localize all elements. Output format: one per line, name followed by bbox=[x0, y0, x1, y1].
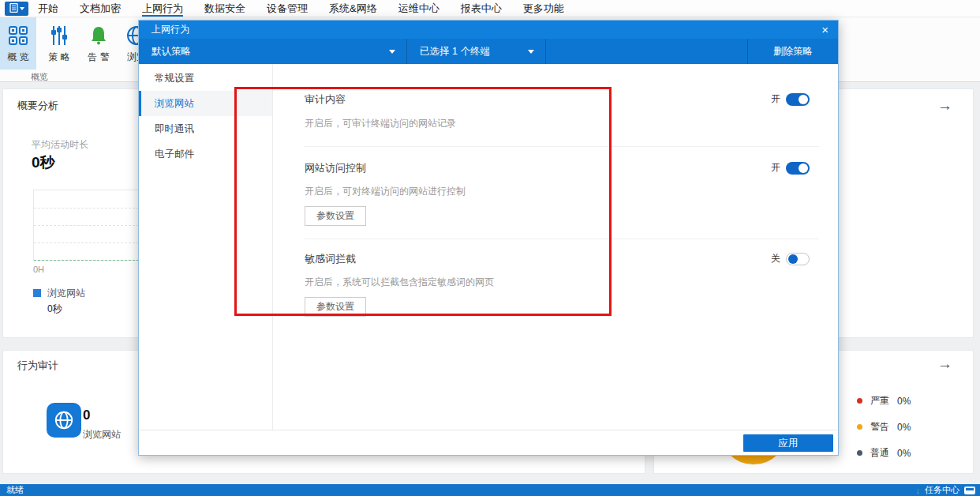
ribbon-button-label: 策 略 bbox=[48, 51, 69, 64]
download-arrow-icon: ↓ bbox=[916, 486, 921, 495]
legend-label: 严重 bbox=[870, 394, 889, 408]
chart-x-tick: 0H bbox=[33, 265, 44, 274]
ribbon-button-overview[interactable]: 概 览 bbox=[0, 17, 36, 70]
dialog-footer: 应用 bbox=[139, 430, 838, 455]
panel-title: 行为审计 bbox=[17, 359, 58, 373]
app-logo-icon bbox=[9, 2, 18, 16]
app-menu-button[interactable] bbox=[5, 2, 28, 16]
menu-item-internet-behavior[interactable]: 上网行为 bbox=[142, 0, 183, 17]
sensitive-toggle-group: 关 bbox=[771, 252, 810, 265]
browse-count-label: 浏览网站 bbox=[83, 428, 121, 442]
main-menu: 开始 文档加密 上网行为 数据安全 设备管理 系统&网络 运维中心 报表中心 更… bbox=[38, 0, 564, 17]
ribbon-button-alert[interactable]: 告 警 bbox=[80, 17, 117, 70]
severe-dot-icon bbox=[857, 398, 862, 404]
access-toggle-switch[interactable] bbox=[786, 162, 810, 175]
apply-button[interactable]: 应用 bbox=[743, 434, 833, 452]
ribbon-group-label: 概览 bbox=[19, 71, 60, 83]
toggle-knob bbox=[788, 254, 798, 264]
terminal-dropdown-value: 已选择 1 个终端 bbox=[420, 45, 490, 58]
legend-value: 0% bbox=[897, 422, 911, 433]
sliders-icon bbox=[47, 24, 71, 47]
status-right-group: ↓ 任务中心 bbox=[916, 484, 976, 496]
browse-count: 0 bbox=[83, 408, 90, 423]
task-center-link[interactable]: 任务中心 bbox=[925, 484, 959, 496]
toggle-state-label: 开 bbox=[771, 92, 780, 106]
menu-item-system-network[interactable]: 系统&网络 bbox=[329, 0, 377, 17]
audit-toggle-group: 开 bbox=[771, 92, 810, 106]
arrow-right-icon[interactable]: → bbox=[937, 97, 952, 115]
menu-item-start[interactable]: 开始 bbox=[38, 0, 58, 17]
legend-value: 0% bbox=[897, 448, 911, 459]
alarm-legend-warning: 警告 0% bbox=[857, 420, 911, 434]
ribbon-button-label: 告 警 bbox=[88, 51, 109, 64]
alarm-legend-severe: 严重 0% bbox=[857, 394, 911, 408]
menu-bar: 开始 文档加密 上网行为 数据安全 设备管理 系统&网络 运维中心 报表中心 更… bbox=[0, 0, 980, 17]
chevron-down-icon bbox=[20, 7, 24, 10]
ribbon-button-policy[interactable]: 策 略 bbox=[41, 17, 77, 70]
legend-label: 普通 bbox=[870, 446, 889, 460]
menu-item-report-center[interactable]: 报表中心 bbox=[461, 0, 502, 17]
chevron-down-icon bbox=[528, 50, 534, 54]
menu-item-data-security[interactable]: 数据安全 bbox=[204, 0, 245, 17]
warning-dot-icon bbox=[857, 424, 862, 430]
chevron-down-icon bbox=[389, 50, 395, 54]
menu-item-ops-center[interactable]: 运维中心 bbox=[398, 0, 440, 17]
legend-label: 浏览网站 bbox=[47, 287, 85, 300]
delete-policy-button[interactable]: 删除策略 bbox=[748, 39, 838, 64]
avg-activity-value: 0秒 bbox=[32, 152, 55, 173]
toggle-knob bbox=[799, 95, 808, 104]
status-ready-text: 就绪 bbox=[6, 484, 24, 496]
legend-swatch bbox=[33, 289, 41, 297]
avg-activity-label: 平均活动时长 bbox=[32, 138, 88, 152]
dialog-titlebar: 上网行为 × bbox=[139, 21, 838, 39]
status-bar: 就绪 ↓ 任务中心 bbox=[0, 484, 980, 496]
arrow-right-icon[interactable]: → bbox=[937, 355, 952, 373]
menu-item-device-mgmt[interactable]: 设备管理 bbox=[267, 0, 308, 17]
legend-label: 警告 bbox=[870, 420, 889, 434]
bell-icon bbox=[87, 24, 110, 47]
toggle-state-label: 开 bbox=[771, 161, 780, 175]
audit-toggle-switch[interactable] bbox=[786, 93, 810, 106]
toggle-state-label: 关 bbox=[771, 252, 780, 265]
policy-dropdown-value: 默认策略 bbox=[151, 45, 191, 58]
sensitive-toggle-switch[interactable] bbox=[786, 253, 810, 265]
policy-dropdown[interactable]: 默认策略 bbox=[139, 39, 407, 64]
annotation-rectangle bbox=[234, 87, 612, 316]
menu-item-doc-encrypt[interactable]: 文档加密 bbox=[80, 0, 121, 17]
legend-value: 0% bbox=[897, 396, 911, 407]
dialog-title: 上网行为 bbox=[151, 23, 189, 36]
globe-tile-icon bbox=[47, 403, 81, 438]
app-window: 开始 文档加密 上网行为 数据安全 设备管理 系统&网络 运维中心 报表中心 更… bbox=[0, 0, 980, 496]
legend-value: 0秒 bbox=[47, 302, 62, 316]
panel-title: 概要分析 bbox=[17, 99, 58, 113]
grid-icon bbox=[6, 24, 30, 47]
access-toggle-group: 开 bbox=[771, 161, 810, 175]
alarm-legend-normal: 普通 0% bbox=[857, 446, 911, 460]
ribbon-button-label: 概 览 bbox=[7, 51, 28, 64]
toggle-knob bbox=[799, 163, 808, 173]
dialog-toolbar: 默认策略 已选择 1 个终端 删除策略 bbox=[139, 39, 838, 64]
close-icon[interactable]: × bbox=[821, 24, 829, 36]
task-window-icon[interactable] bbox=[964, 487, 975, 494]
terminal-dropdown[interactable]: 已选择 1 个终端 bbox=[407, 39, 546, 64]
menu-item-more[interactable]: 更多功能 bbox=[523, 0, 564, 17]
toolbar-spacer bbox=[546, 39, 748, 64]
normal-dot-icon bbox=[857, 450, 862, 456]
